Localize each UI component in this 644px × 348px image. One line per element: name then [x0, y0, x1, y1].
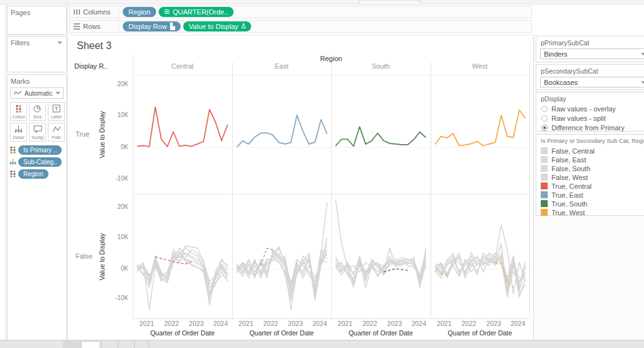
row-field-header: Display R..: [74, 62, 108, 70]
legend-item-label: False, South: [551, 165, 590, 172]
chart-panel-false-south[interactable]: [331, 194, 431, 318]
legend-item[interactable]: True, Central: [541, 182, 594, 190]
x-axis-year-label: 2023: [189, 320, 203, 327]
primary-subcat-dropdown[interactable]: Binders: [540, 48, 644, 59]
field-pill[interactable]: Value to DisplayΔ: [183, 21, 251, 31]
color-legend-card: Is Primary or Secondary Sub Cat, Region …: [536, 134, 644, 216]
marks-card: Marks Automatic ColourSizeTLabelDetailTo…: [7, 74, 67, 345]
mark-type-caret-icon: [55, 92, 60, 94]
rows-shelf[interactable]: Rows Display Row▙Value to DisplayΔ: [69, 20, 532, 33]
panel-divider: [529, 62, 530, 318]
new-sheet-tab[interactable]: [101, 341, 116, 348]
legend-item[interactable]: False, South: [541, 164, 594, 172]
label-mark-button[interactable]: TLabel: [48, 102, 65, 121]
column-header-central: Central: [133, 62, 232, 70]
mark-type-value: Automatic: [25, 90, 52, 97]
columns-pills: Region⊞QUARTER(Orde..: [119, 7, 234, 17]
radio-option[interactable]: Raw values - overlay: [541, 104, 624, 113]
legend-item[interactable]: False, East: [541, 155, 594, 164]
x-axis-year-label: 2023: [288, 320, 303, 327]
pill-suffix-icon: ▙: [170, 23, 175, 30]
pill-suffix-icon: Δ: [242, 23, 246, 30]
legend-item-label: False, Central: [551, 147, 594, 155]
column-header-east: East: [232, 62, 332, 70]
legend-item[interactable]: False, West: [541, 173, 594, 181]
x-axis-year-label: 2024: [312, 320, 327, 327]
legend-item-label: False, West: [551, 174, 588, 181]
parameter-card-secondary: pSecondarySubCat Bookcases: [536, 64, 644, 90]
chart-panel-false-east[interactable]: [232, 194, 332, 318]
legend-item[interactable]: True, East: [541, 191, 594, 199]
mark-type-dropdown[interactable]: Automatic: [10, 87, 64, 99]
sheet-tabs-bar[interactable]: [0, 340, 644, 348]
detail-mark-button[interactable]: Detail: [10, 123, 27, 142]
legend-item-label: True, Central: [551, 182, 592, 190]
field-pill[interactable]: Region: [123, 7, 156, 17]
legend-swatch-icon: [541, 191, 548, 198]
size-mark-button[interactable]: Size: [29, 102, 46, 121]
pill-prefix-icon: ⊞: [164, 9, 169, 15]
marks-pill-row: Is Primary ..: [9, 145, 62, 155]
chart-panel-true-south[interactable]: [331, 75, 431, 194]
active-sheet-tab[interactable]: [81, 341, 100, 348]
x-axis-year-label: 2024: [511, 320, 525, 327]
x-axis-year-label: 2022: [363, 320, 377, 327]
radio-icon[interactable]: [541, 106, 548, 112]
radio-label: Raw values - overlay: [551, 105, 616, 113]
legend-item[interactable]: False, Central: [541, 147, 594, 155]
x-axis-year-label: 2021: [139, 320, 154, 327]
detail-icon: [14, 125, 23, 135]
field-pill[interactable]: ⊞QUARTER(Orde..: [159, 7, 234, 17]
colour-mark-button[interactable]: Colour: [10, 102, 27, 121]
legend-title: Is Primary or Secondary Sub Cat, Region: [541, 137, 644, 144]
new-story-tab[interactable]: [134, 341, 149, 348]
marks-label: Marks: [11, 77, 30, 85]
chart-panel-false-central[interactable]: [133, 194, 232, 318]
parameter-title: pPrimarySubCat: [541, 39, 589, 47]
rows-pills: Display Row▙Value to DisplayΔ: [119, 21, 251, 31]
marks-pill-row: Sub-Categ..: [9, 157, 62, 167]
mark-button-label: Colour: [12, 115, 25, 119]
columns-shelf[interactable]: Columns Region⊞QUARTER(Orde..: [69, 6, 532, 18]
x-axis-year-label: 2022: [263, 320, 278, 327]
legend-item-label: True, South: [551, 200, 587, 208]
x-axis-year-label: 2021: [239, 320, 253, 327]
chart-panel-true-east[interactable]: [232, 75, 332, 194]
tooltip-mark-button[interactable]: Tooltip: [29, 123, 46, 142]
pages-shelf[interactable]: Pages: [7, 6, 67, 35]
column-header-south: South: [331, 62, 431, 70]
columns-icon: [74, 9, 80, 15]
y-axis-tick-label: 20K: [107, 203, 128, 210]
marks-field-pill[interactable]: Region: [18, 169, 48, 179]
radio-option[interactable]: Raw values - split: [541, 114, 624, 123]
radio-icon[interactable]: [541, 125, 548, 131]
y-axis-tick-label: 10K: [107, 111, 128, 118]
chart-panel-false-west[interactable]: [431, 194, 530, 318]
new-dashboard-tab[interactable]: [118, 341, 133, 348]
chart-panel-true-central[interactable]: [133, 75, 232, 194]
marks-field-pill[interactable]: Is Primary ..: [18, 145, 62, 155]
worksheet-view[interactable]: Sheet 3 RegionDisplay R..CentralEastSout…: [69, 35, 532, 340]
color-dots-icon: [9, 146, 16, 155]
chevron-down-icon: [641, 81, 644, 84]
filters-shelf[interactable]: Filters: [7, 36, 67, 72]
path-mark-button[interactable]: Path: [48, 123, 65, 142]
secondary-subcat-value: Bookcases: [544, 79, 578, 86]
radio-label: Raw values - split: [551, 115, 606, 122]
detail-icon: [9, 158, 16, 167]
size-icon: [33, 104, 42, 114]
filters-menu-caret-icon[interactable]: [57, 42, 62, 44]
legend-item[interactable]: True, West: [541, 208, 594, 216]
parameter-card-primary: pPrimarySubCat Binders: [536, 36, 644, 62]
legend-item[interactable]: True, South: [541, 199, 594, 208]
marks-field-pill[interactable]: Sub-Categ..: [18, 157, 62, 167]
radio-icon[interactable]: [541, 115, 548, 121]
radio-option[interactable]: Difference from Primary: [541, 123, 624, 132]
chart-panel-true-west[interactable]: [431, 75, 530, 194]
column-header-west: West: [431, 62, 530, 70]
facet-column-field-header: Region: [133, 55, 529, 62]
field-pill[interactable]: Display Row▙: [123, 21, 181, 31]
secondary-subcat-dropdown[interactable]: Bookcases: [540, 77, 644, 87]
marks-buttons: ColourSizeTLabelDetailTooltipPath: [10, 102, 65, 142]
line-mark-icon: [13, 91, 22, 96]
